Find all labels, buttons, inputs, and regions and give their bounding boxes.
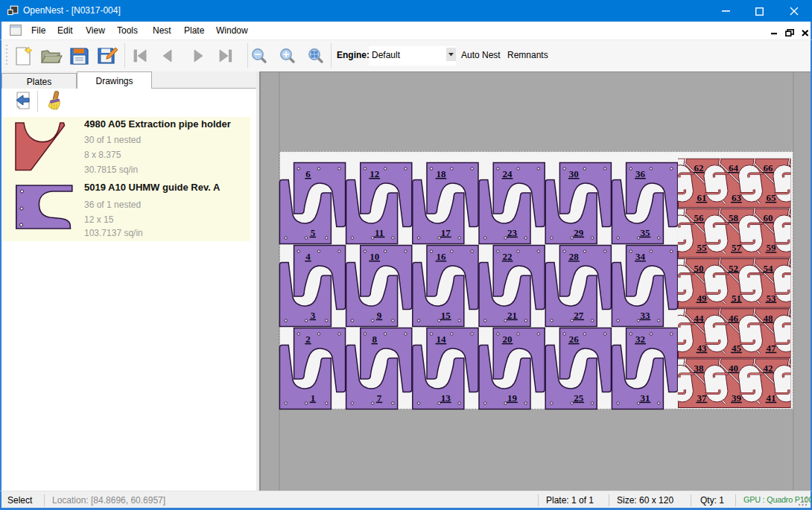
svg-text:53: 53 [766, 293, 776, 304]
svg-text:12: 12 [369, 168, 379, 179]
svg-text:24: 24 [503, 168, 513, 179]
svg-text:19: 19 [507, 392, 518, 404]
svg-text:21: 21 [507, 310, 517, 321]
svg-text:41: 41 [766, 392, 775, 404]
svg-text:23: 23 [507, 227, 518, 238]
svg-text:46: 46 [729, 313, 739, 324]
svg-text:16: 16 [436, 251, 446, 262]
svg-text:52: 52 [729, 263, 738, 274]
svg-text:40: 40 [729, 363, 738, 374]
svg-text:38: 38 [694, 363, 705, 374]
svg-text:57: 57 [732, 242, 742, 253]
svg-text:18: 18 [436, 168, 446, 179]
svg-text:27: 27 [574, 310, 584, 321]
svg-text:32: 32 [635, 334, 645, 345]
svg-text:3: 3 [311, 310, 316, 321]
svg-text:31: 31 [640, 392, 650, 404]
svg-text:6: 6 [305, 168, 311, 179]
svg-text:66: 66 [764, 162, 774, 173]
svg-text:47: 47 [766, 342, 776, 354]
svg-text:2: 2 [305, 334, 311, 345]
svg-text:13: 13 [441, 392, 451, 404]
svg-text:55: 55 [697, 242, 707, 253]
svg-text:48: 48 [764, 313, 774, 324]
svg-text:30: 30 [569, 168, 579, 179]
svg-text:62: 62 [694, 162, 704, 173]
svg-text:29: 29 [574, 227, 584, 238]
svg-text:14: 14 [436, 334, 446, 345]
svg-text:42: 42 [764, 363, 773, 374]
svg-text:15: 15 [441, 310, 451, 321]
svg-text:1: 1 [311, 392, 316, 404]
svg-text:8: 8 [372, 334, 377, 345]
svg-text:28: 28 [569, 251, 580, 262]
svg-text:9: 9 [377, 310, 382, 321]
svg-text:58: 58 [729, 212, 739, 223]
svg-text:7: 7 [377, 392, 382, 404]
svg-text:51: 51 [732, 293, 741, 304]
svg-text:60: 60 [764, 212, 773, 223]
svg-text:50: 50 [694, 263, 704, 274]
svg-text:36: 36 [635, 168, 646, 179]
svg-text:39: 39 [732, 392, 742, 404]
svg-text:45: 45 [732, 342, 742, 354]
svg-text:5: 5 [311, 227, 316, 238]
svg-text:17: 17 [441, 227, 451, 238]
svg-text:43: 43 [697, 342, 707, 354]
svg-text:10: 10 [369, 251, 379, 262]
svg-text:61: 61 [697, 192, 706, 203]
svg-text:4: 4 [305, 251, 311, 262]
svg-text:59: 59 [766, 242, 776, 253]
svg-text:34: 34 [635, 251, 646, 262]
svg-text:63: 63 [732, 192, 742, 203]
svg-text:33: 33 [640, 310, 650, 321]
svg-text:20: 20 [503, 334, 513, 345]
svg-text:65: 65 [766, 192, 776, 203]
svg-text:26: 26 [569, 334, 580, 345]
svg-text:22: 22 [503, 251, 513, 262]
svg-text:37: 37 [697, 392, 707, 404]
svg-text:25: 25 [574, 392, 584, 404]
svg-text:44: 44 [694, 313, 705, 324]
svg-text:49: 49 [697, 293, 707, 304]
svg-text:35: 35 [640, 227, 650, 238]
svg-text:11: 11 [375, 227, 384, 238]
svg-text:56: 56 [694, 212, 705, 223]
svg-text:54: 54 [764, 263, 774, 274]
svg-text:64: 64 [729, 162, 739, 173]
